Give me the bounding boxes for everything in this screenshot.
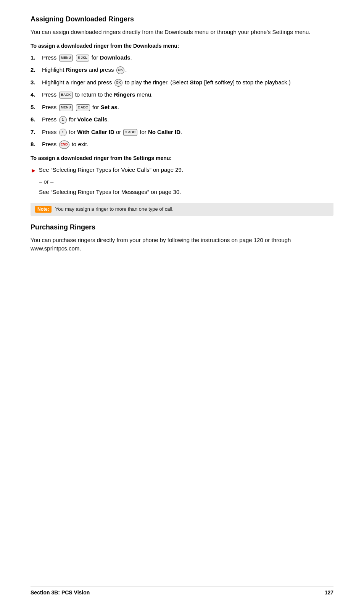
1-key-7: 1: [59, 129, 67, 136]
step-2-bold: Ringers: [66, 66, 87, 73]
5jkl-key: 5 JKL: [76, 55, 89, 61]
step-3-num: 3.: [31, 78, 42, 87]
step-4-content: Press BACK to return to the Ringers menu…: [42, 90, 333, 99]
page-footer: Section 3B: PCS Vision 127: [31, 586, 333, 596]
see-text: See “Selecting Ringer Types for Messages…: [39, 188, 333, 197]
step-4: 4. Press BACK to return to the Ringers m…: [31, 90, 333, 99]
back-key: BACK: [59, 92, 73, 98]
end-key: END: [59, 140, 69, 149]
section1-title: Assigning Downloaded Ringers: [31, 15, 333, 23]
menu-key-5: MENU: [59, 104, 73, 111]
step-7: 7. Press 1 for With Caller ID or 2 ABC f…: [31, 128, 333, 137]
step-4-num: 4.: [31, 90, 42, 99]
step-6-content: Press 1 for Voice Calls.: [42, 115, 333, 124]
purchasing-text: You can purchase ringers directly from y…: [31, 236, 333, 253]
step-3-bold: Stop: [190, 79, 202, 86]
steps-list: 1. Press MENU 5 JKL for Downloads. 2. Hi…: [31, 53, 333, 149]
step-8-num: 8.: [31, 140, 42, 149]
step-1-content: Press MENU 5 JKL for Downloads.: [42, 53, 333, 62]
step-8: 8. Press END to exit.: [31, 140, 333, 149]
purchasing-text1: You can purchase ringers directly from y…: [31, 237, 291, 243]
menu-key: MENU: [59, 55, 73, 61]
settings-heading: To assign a downloaded ringer from the S…: [31, 155, 333, 161]
note-label: Note:: [35, 206, 52, 213]
step-2-num: 2.: [31, 66, 42, 74]
step-2: 2. Highlight Ringers and press OK.: [31, 66, 333, 74]
step-5-bold: Set as: [101, 104, 118, 110]
step-4-bold: Ringers: [114, 91, 135, 98]
step-5-num: 5.: [31, 103, 42, 112]
step-2-content: Highlight Ringers and press OK.: [42, 66, 333, 74]
red-arrow-icon: ►: [31, 166, 37, 175]
step-6-bold: Voice Calls: [77, 116, 107, 123]
step-8-content: Press END to exit.: [42, 140, 333, 149]
intro-text: You can assign downloaded ringers direct…: [31, 28, 333, 37]
page-content: Assigning Downloaded Ringers You can ass…: [0, 0, 364, 268]
step-3-content: Highlight a ringer and press OK to play …: [42, 78, 333, 87]
step-1-bold: Downloads: [100, 54, 130, 61]
2abc-key-5: 2 ABC: [76, 104, 90, 111]
step-7-bold2: No Caller ID: [148, 129, 180, 135]
bullet-text-1: See “Selecting Ringer Types for Voice Ca…: [39, 166, 183, 174]
downloads-heading: To assign a downloaded ringer from the D…: [31, 43, 333, 49]
ok-key-2: OK: [116, 66, 125, 74]
step-6-num: 6.: [31, 115, 42, 124]
step-1: 1. Press MENU 5 JKL for Downloads.: [31, 53, 333, 62]
section2-title: Purchasing Ringers: [31, 223, 333, 231]
1-key-6: 1: [59, 116, 67, 124]
step-7-num: 7.: [31, 128, 42, 137]
step-3: 3. Highlight a ringer and press OK to pl…: [31, 78, 333, 87]
step-7-content: Press 1 for With Caller ID or 2 ABC for …: [42, 128, 333, 137]
step-5: 5. Press MENU 2 ABC for Set as.: [31, 103, 333, 112]
step-5-content: Press MENU 2 ABC for Set as.: [42, 103, 333, 112]
purchasing-text2: .: [79, 245, 81, 252]
note-box: Note: You may assign a ringer to more th…: [31, 203, 333, 216]
footer-left: Section 3B: PCS Vision: [31, 589, 90, 596]
bullet-item-1: ► See “Selecting Ringer Types for Voice …: [31, 166, 333, 175]
step-1-num: 1.: [31, 53, 42, 62]
or-text: – or –: [39, 178, 333, 185]
note-text: You may assign a ringer to more than one…: [55, 206, 174, 212]
step-6: 6. Press 1 for Voice Calls.: [31, 115, 333, 124]
footer-right: 127: [325, 589, 333, 596]
2abc-key-7: 2 ABC: [123, 129, 137, 136]
ok-key-3: OK: [114, 79, 123, 87]
purchasing-link[interactable]: www.sprintpcs.com: [31, 245, 79, 252]
settings-section: ► See “Selecting Ringer Types for Voice …: [31, 166, 333, 197]
step-7-bold1: With Caller ID: [77, 129, 114, 135]
